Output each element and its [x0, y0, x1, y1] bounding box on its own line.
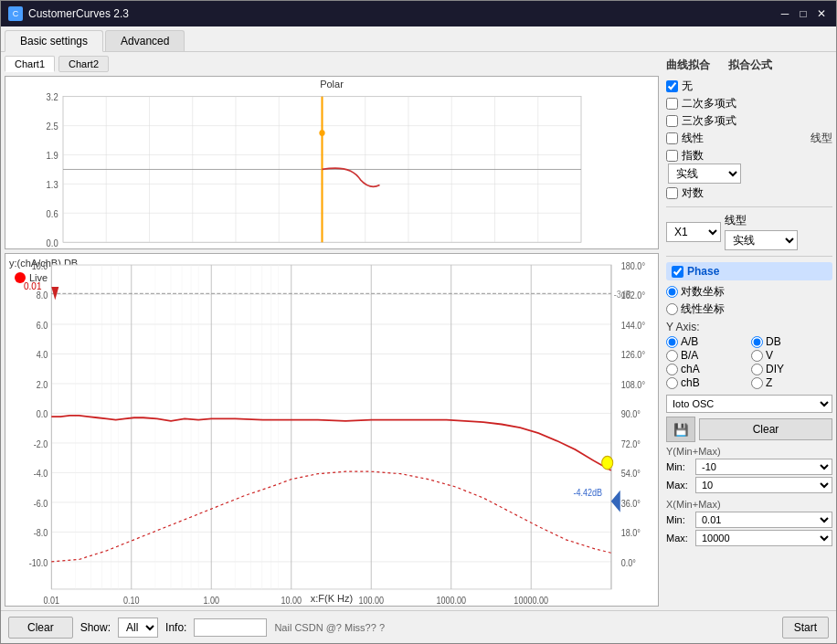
fit-log-checkbox[interactable] [666, 187, 678, 199]
osc-select[interactable]: Ioto OSC [666, 395, 832, 413]
line-type-select-1[interactable]: 实线 [668, 164, 741, 184]
fit-wu-label: 无 [682, 79, 693, 94]
y-z-radio[interactable] [751, 377, 763, 389]
svg-text:72.0°: 72.0° [621, 438, 641, 449]
svg-text:-4.42dB: -4.42dB [573, 487, 602, 498]
polar-chart-svg: 3.2 2.5 1.9 1.3 0.6 0.0 -3.2 -2.5 -1.9 -… [5, 91, 658, 249]
curve-fit-label: 曲线拟合 [666, 58, 710, 73]
tab-basic-settings[interactable]: Basic settings [5, 30, 103, 52]
svg-text:6.0: 6.0 [37, 320, 48, 331]
info-input[interactable] [194, 618, 267, 637]
svg-text:-8.0: -8.0 [34, 527, 48, 538]
chart-tab-1[interactable]: Chart1 [5, 56, 55, 72]
fit-linear-label: 线性 [682, 131, 704, 146]
curve-fit-header: 曲线拟合 拟合公式 [666, 56, 832, 75]
y-chb-radio[interactable] [666, 377, 678, 389]
fit-log-label: 对数 [682, 185, 704, 201]
x-minmax-title: X(Min+Max) [666, 499, 832, 510]
title-bar: C CustomerCurves 2.3 ─ □ ✕ [1, 1, 836, 26]
show-select[interactable]: All A B [118, 618, 158, 638]
line-type-select-2[interactable]: 实线 [725, 230, 798, 250]
x-max-row: Max: 10000 1000 100 [666, 530, 832, 546]
svg-text:1.00: 1.00 [203, 595, 219, 606]
svg-text:126.0°: 126.0° [621, 350, 645, 361]
start-button[interactable]: Start [782, 617, 829, 639]
maximize-button[interactable]: □ [796, 6, 811, 21]
phase-checkbox[interactable] [672, 266, 683, 278]
svg-text:144.0°: 144.0° [621, 320, 645, 331]
fit-exp-checkbox[interactable] [666, 150, 678, 162]
x-max-select[interactable]: 10000 1000 100 [695, 530, 832, 546]
y-diy-radio[interactable] [751, 364, 763, 375]
svg-text:0.6: 0.6 [47, 209, 59, 219]
y-ba-row: B/A [666, 349, 747, 362]
y-v-radio[interactable] [751, 350, 763, 362]
svg-text:1.9: 1.9 [47, 151, 59, 161]
line-type-label-2: 线型 [725, 213, 798, 228]
y-max-select[interactable]: 10 20 40 [695, 477, 832, 493]
svg-text:-3dB: -3dB [614, 289, 631, 300]
y-ba-radio[interactable] [666, 350, 678, 362]
line-type-label-1: 线型 [811, 131, 832, 146]
info-label: Info: [165, 621, 186, 634]
nail-text: Nail CSDN @? Miss?? ? [274, 622, 385, 633]
osc-row: Ioto OSC [666, 395, 832, 413]
fit-poly2-label: 二次多项式 [682, 96, 736, 111]
fit-option-linear: 线性 线型 [666, 131, 832, 146]
linear-coord-radio[interactable] [666, 303, 678, 315]
svg-point-21 [319, 130, 324, 136]
y-min-select[interactable]: -10 -20 -40 [695, 459, 832, 475]
svg-text:10.0: 10.0 [32, 260, 48, 271]
x-min-label: Min: [666, 514, 692, 525]
svg-text:0.0: 0.0 [273, 248, 286, 249]
svg-text:-1.3: -1.3 [185, 248, 201, 249]
log-coord-radio[interactable] [666, 286, 678, 298]
y-db-radio[interactable] [751, 336, 763, 348]
x-multiplier-row: X1 X2 X10 线型 实线 [666, 213, 832, 250]
svg-text:2.5: 2.5 [446, 248, 459, 249]
close-button[interactable]: ✕ [814, 6, 829, 21]
svg-text:0.0°: 0.0° [621, 557, 636, 568]
fit-wu-checkbox[interactable] [666, 80, 678, 92]
fit-linear-checkbox[interactable] [666, 132, 678, 144]
y-ab-label: A/B [681, 335, 698, 348]
clear-button-bottom[interactable]: Clear [8, 617, 73, 639]
fit-exp-label: 指数 [682, 148, 704, 164]
svg-text:-3.2: -3.2 [56, 248, 70, 249]
show-label: Show: [80, 621, 111, 634]
svg-text:-1.9: -1.9 [142, 248, 157, 249]
svg-text:100.00: 100.00 [358, 595, 384, 606]
y-cha-radio[interactable] [666, 364, 678, 375]
clear-button-right[interactable]: Clear [699, 418, 832, 440]
main-content: Chart1 Chart2 Polar [1, 52, 836, 610]
phase-section: Phase [666, 262, 832, 280]
y-cha-label: chA [681, 363, 700, 375]
tab-advanced[interactable]: Advanced [105, 30, 185, 51]
fit-option-wu: 无 [666, 79, 832, 94]
minimize-button[interactable]: ─ [778, 6, 792, 21]
fit-poly3-checkbox[interactable] [666, 115, 678, 127]
fit-option-poly2: 二次多项式 [666, 96, 832, 111]
svg-text:-2.0: -2.0 [34, 438, 48, 449]
svg-text:90.0°: 90.0° [621, 408, 641, 419]
x-multiplier-select[interactable]: X1 X2 X10 [666, 222, 721, 242]
y-min-row: Min: -10 -20 -40 [666, 459, 832, 475]
x-axis-label: x:F(K Hz) [311, 593, 353, 604]
x-min-row: Min: 0.01 0.1 1 [666, 512, 832, 528]
svg-text:-4.0: -4.0 [34, 468, 48, 479]
x-min-select[interactable]: 0.01 0.1 1 [695, 512, 832, 528]
chart-tab-2[interactable]: Chart2 [58, 56, 109, 72]
svg-text:3.2: 3.2 [489, 248, 501, 249]
svg-text:2.0: 2.0 [37, 379, 48, 390]
bottom-bar: Clear Show: All A B Info: Nail CSDN @? M… [1, 610, 836, 643]
svg-text:0.01: 0.01 [43, 595, 59, 606]
log-coord-label: 对数坐标 [681, 284, 725, 300]
fit-option-exp: 指数 [666, 148, 832, 164]
line-type-row2: 线型 实线 [725, 213, 798, 250]
y-ab-radio[interactable] [666, 336, 678, 348]
svg-text:2.5: 2.5 [47, 121, 59, 132]
fit-poly2-checkbox[interactable] [666, 98, 678, 110]
coord-radio-group: 对数坐标 线性坐标 [666, 284, 832, 317]
save-button[interactable]: 💾 [666, 417, 695, 442]
svg-text:-0.6: -0.6 [228, 248, 244, 249]
